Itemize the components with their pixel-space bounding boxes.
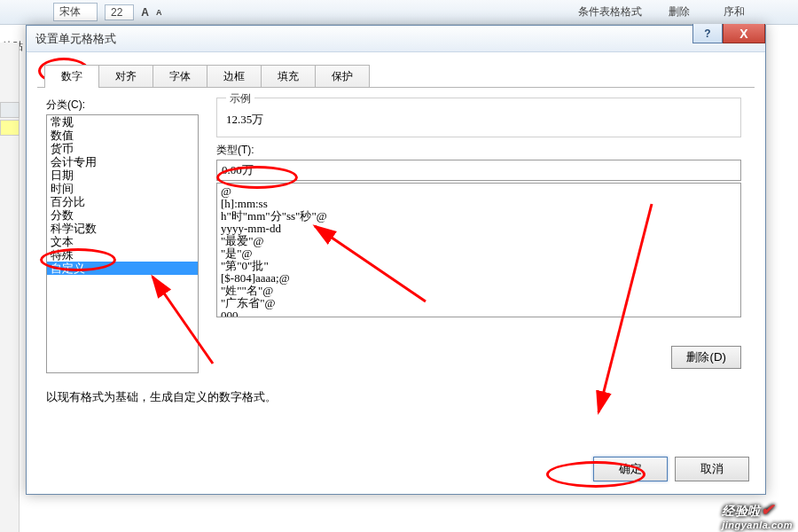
list-item[interactable]: 科学记数 <box>47 222 198 235</box>
list-item[interactable]: 数值 <box>47 129 198 142</box>
list-item[interactable]: [h]:mm:ss <box>221 198 737 210</box>
dialog-help-button[interactable]: ? <box>692 24 723 43</box>
ribbon-delete[interactable]: 删除 <box>669 4 690 20</box>
increase-font-icon[interactable]: A <box>141 6 149 19</box>
dialog-titlebar: 设置单元格格式 ? X <box>27 26 765 52</box>
check-icon: ✔ <box>761 501 775 519</box>
list-item[interactable]: "是"@ <box>221 247 737 260</box>
sample-frame: 示例 12.35万 <box>216 98 741 137</box>
row-header[interactable] <box>0 102 20 118</box>
tab-fill[interactable]: 填充 <box>261 65 316 88</box>
font-name-combo[interactable]: 宋体 <box>53 3 98 21</box>
list-item[interactable]: 日期 <box>47 168 198 182</box>
list-item[interactable]: 时间 <box>47 182 198 195</box>
format-cells-dialog: 设置单元格格式 ? X 数字 对齐 字体 边框 填充 保护 分类(C): 常规 … <box>26 25 766 495</box>
dialog-title: 设置单元格格式 <box>32 31 116 47</box>
list-item[interactable]: "广东省"@ <box>221 297 737 309</box>
list-item[interactable]: 常规 <box>47 115 198 129</box>
type-input[interactable] <box>216 160 741 181</box>
list-item[interactable]: 分数 <box>47 208 198 222</box>
watermark-brand: 经验啦 <box>722 504 761 518</box>
dialog-tabs: 数字 对齐 字体 边框 填充 保护 <box>44 65 765 88</box>
cancel-button[interactable]: 取消 <box>675 457 749 481</box>
ribbon-conditional-format[interactable]: 条件表格格式 <box>578 4 642 20</box>
list-item[interactable]: h"时"mm"分"ss"秒"@ <box>221 210 737 223</box>
watermark: 经验啦✔ jingyanla.com <box>722 500 793 530</box>
tab-number[interactable]: 数字 <box>44 65 99 88</box>
list-item[interactable]: 百分比 <box>47 195 198 208</box>
list-item-custom[interactable]: 自定义 <box>47 262 198 275</box>
list-item[interactable]: @ <box>221 185 737 198</box>
font-size-combo[interactable]: 22 <box>105 4 134 20</box>
type-listbox[interactable]: @ [h]:mm:ss h"时"mm"分"ss"秒"@ yyyy-mm-dd "… <box>216 183 741 317</box>
tab-alignment[interactable]: 对齐 <box>98 65 153 88</box>
excel-ribbon: 宋体 22 A A 条件表格格式 删除 序和 <box>0 0 798 25</box>
sample-value: 12.35万 <box>226 112 732 128</box>
list-item[interactable]: 000 <box>221 309 737 317</box>
list-item[interactable]: 会计专用 <box>47 155 198 168</box>
ribbon-sort: 序和 <box>724 4 745 20</box>
category-listbox[interactable]: 常规 数值 货币 会计专用 日期 时间 百分比 分数 科学记数 文本 特殊 自定… <box>46 114 199 373</box>
list-item[interactable]: [$-804]aaaa;@ <box>221 272 737 285</box>
ok-button[interactable]: 确定 <box>593 457 668 481</box>
list-item[interactable]: 特殊 <box>47 248 198 262</box>
hint-text: 以现有格式为基础，生成自定义的数字格式。 <box>46 390 277 405</box>
list-item[interactable]: "姓""名"@ <box>221 285 737 297</box>
list-item[interactable]: yyyy-mm-dd <box>221 223 737 235</box>
sample-label: 示例 <box>226 91 254 106</box>
type-label: 类型(T): <box>216 143 741 158</box>
decrease-font-icon[interactable]: A <box>156 8 162 17</box>
delete-button[interactable]: 删除(D) <box>671 346 741 369</box>
list-item[interactable]: "最爱"@ <box>221 235 737 247</box>
watermark-url: jingyanla.com <box>722 520 793 530</box>
list-item[interactable]: "第"0"批" <box>221 260 737 272</box>
list-item[interactable]: 货币 <box>47 142 198 155</box>
active-cell-marker <box>0 120 20 136</box>
tab-font[interactable]: 字体 <box>153 65 207 88</box>
list-item[interactable]: 文本 <box>47 235 198 248</box>
tab-protection[interactable]: 保护 <box>315 65 370 88</box>
tab-border[interactable]: 边框 <box>207 65 262 88</box>
dialog-close-button[interactable]: X <box>723 24 765 43</box>
